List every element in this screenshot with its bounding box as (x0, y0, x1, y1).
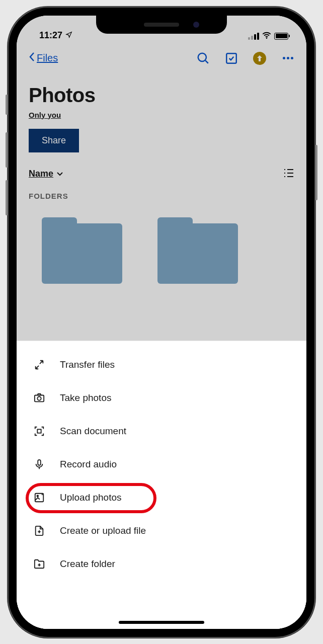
battery-icon (274, 33, 288, 40)
action-scan-document[interactable]: Scan document (17, 415, 306, 448)
cellular-icon (248, 33, 259, 40)
side-button (6, 180, 8, 215)
visibility-link[interactable]: Only you (29, 111, 61, 119)
back-button[interactable]: Files (29, 52, 58, 64)
section-header: FOLDERS (17, 187, 306, 207)
svg-point-0 (198, 53, 206, 61)
status-right (248, 32, 288, 41)
phone-frame: 11:27 (8, 7, 315, 638)
upgrade-badge[interactable] (253, 52, 266, 65)
battery-fill (276, 34, 287, 38)
status-left: 11:27 (39, 30, 72, 41)
svg-rect-5 (38, 459, 41, 465)
action-label: Upload photos (60, 492, 122, 503)
action-label: Create folder (60, 558, 115, 570)
mic-icon (34, 459, 45, 470)
side-button (6, 132, 8, 168)
screen: 11:27 (17, 16, 306, 629)
svg-rect-4 (37, 429, 41, 433)
nav-actions (197, 52, 294, 65)
side-button (6, 95, 8, 115)
chevron-down-icon (56, 169, 63, 179)
scan-icon (34, 426, 45, 437)
share-button[interactable]: Share (29, 129, 79, 152)
camera-icon (34, 392, 45, 404)
folder-plus-icon (34, 558, 45, 570)
action-label: Record audio (60, 459, 117, 470)
action-label: Take photos (60, 392, 111, 404)
action-create-folder[interactable]: Create folder (17, 547, 306, 581)
action-upload-photos[interactable]: Upload photos (17, 481, 306, 514)
action-transfer-files[interactable]: Transfer files (17, 348, 306, 381)
notch (96, 16, 227, 34)
page-title: Photos (29, 84, 294, 107)
svg-point-3 (37, 396, 41, 400)
folder-item[interactable] (157, 217, 238, 284)
transfer-icon (34, 359, 45, 370)
search-button[interactable] (197, 52, 210, 65)
location-icon (65, 30, 72, 41)
select-button[interactable] (225, 52, 238, 65)
page-header: Photos Only you Share (17, 69, 306, 152)
action-sheet: Transfer files Take photos Scan document (17, 341, 306, 629)
action-create-upload-file[interactable]: Create or upload file (17, 514, 306, 547)
action-list: Transfer files Take photos Scan document (17, 341, 306, 581)
action-label: Create or upload file (60, 525, 146, 536)
chevron-left-icon (29, 52, 35, 64)
sort-button[interactable]: Name (29, 169, 63, 179)
image-upload-icon (34, 492, 45, 503)
action-record-audio[interactable]: Record audio (17, 448, 306, 481)
folder-grid (17, 207, 306, 294)
back-label: Files (37, 52, 58, 64)
more-button[interactable] (281, 52, 294, 65)
nav-header: Files (17, 42, 306, 69)
home-indicator[interactable] (119, 621, 204, 624)
action-label: Transfer files (60, 359, 115, 370)
svg-rect-1 (226, 53, 236, 63)
front-camera (193, 22, 199, 28)
svg-point-7 (37, 495, 38, 497)
clock: 11:27 (39, 30, 62, 41)
list-view-button[interactable] (283, 169, 294, 180)
action-label: Scan document (60, 426, 126, 437)
file-plus-icon (34, 525, 45, 536)
sort-label-text: Name (29, 169, 53, 179)
sort-row: Name (17, 152, 306, 187)
action-take-photos[interactable]: Take photos (17, 381, 306, 415)
side-button (315, 145, 317, 200)
wifi-icon (262, 32, 271, 41)
folder-item[interactable] (42, 217, 122, 284)
speaker (144, 23, 179, 27)
